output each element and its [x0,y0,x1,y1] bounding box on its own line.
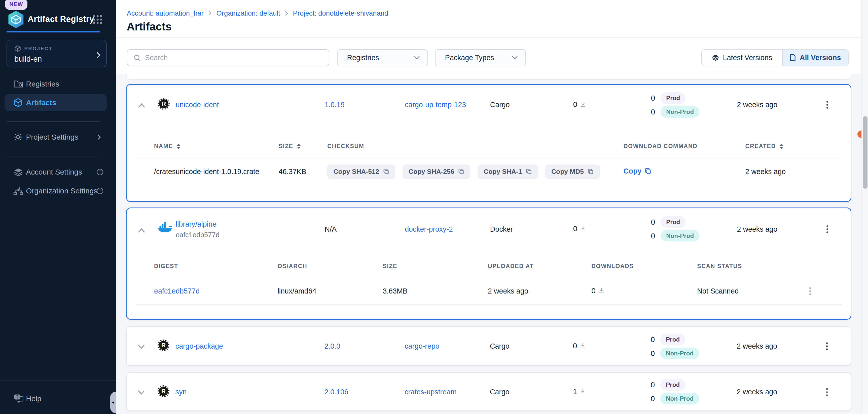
prod-count: 0 [649,335,655,344]
latest-versions-button[interactable]: Latest Versions [702,50,782,66]
sidebar: NEW Artifact Registry [0,0,116,414]
search-input[interactable] [145,50,322,66]
artifact-registry-link[interactable]: cargo-repo [405,342,439,351]
registries-folder-icon [13,80,23,89]
all-versions-label: All Versions [800,54,841,62]
non-prod-count: 0 [649,394,655,403]
partial-row-card [126,74,851,80]
info-icon[interactable] [96,187,104,195]
chevron-down-icon [414,56,420,60]
sidebar-item-artifacts[interactable]: Artifacts [4,94,107,111]
copy-icon [645,168,651,174]
chevron-up-icon [138,103,145,108]
digest-link[interactable]: eafc1edb577d [154,287,199,296]
artifact-version: N/A [324,225,337,234]
column-header-checksum: CHECKSUM [327,143,364,150]
breadcrumb-project-link[interactable]: Project: donotdelete-shivanand [293,9,389,18]
copy-download-command-button[interactable]: Copy [624,167,651,176]
sidebar-item-registries[interactable]: Registries [0,75,116,93]
search-box [127,49,330,66]
column-header-name[interactable]: NAME [154,143,180,150]
copy-sha512-button[interactable]: Copy SHA-512 [327,165,395,179]
chevron-up-icon [138,228,145,233]
environment-counts: 0 Prod 0 Non-Prod [650,215,699,242]
sidebar-item-help[interactable]: ? Help [0,390,116,408]
copy-sha1-button[interactable]: Copy SHA-1 [477,165,538,179]
sort-icon [177,144,180,149]
sidebar-divider [6,121,100,122]
artifact-name-link[interactable]: syn [176,388,187,396]
sidebar-item-account-settings[interactable]: Account Settings [0,163,116,181]
non-prod-badge: Non-Prod [660,106,699,118]
column-header-downloads: DOWNLOADS [591,263,633,270]
sidebar-item-project-settings[interactable]: Project Settings [0,128,116,146]
svg-text:?: ? [16,394,19,400]
artifact-version-link[interactable]: 2.0.106 [324,388,348,396]
row-menu-button[interactable] [823,388,831,396]
prod-badge: Prod [660,334,685,345]
sidebar-item-label: Help [26,394,41,403]
expand-row-button[interactable] [138,389,148,396]
project-selector[interactable]: PROJECT build-en [6,40,107,67]
artifact-version-link[interactable]: 2.0.0 [324,342,340,351]
collapse-row-button[interactable] [138,101,148,109]
artifact-name-link[interactable]: unicode-ident [176,100,219,109]
column-header-scan-status: SCAN STATUS [697,263,742,270]
non-prod-badge: Non-Prod [660,348,699,359]
artifacts-cube-icon [13,98,23,107]
package-types-filter-dropdown[interactable]: Package Types [435,49,526,66]
sidebar-collapse-handle[interactable]: ◀ [110,391,116,413]
non-prod-count: 0 [650,232,655,240]
project-cube-icon [14,45,21,52]
non-prod-badge: Non-Prod [660,393,699,405]
column-header-created[interactable]: CREATED [745,143,783,150]
file-name: /cratesunicode-ident-1.0.19.crate [154,167,259,176]
breadcrumb-account-link[interactable]: Account: automation_har [127,9,204,18]
gear-icon [13,133,23,142]
column-header-download-command: DOWNLOAD COMMAND [624,143,698,150]
breadcrumb: Account: automation_har Organization: de… [127,9,389,18]
header-divider [116,37,868,37]
info-icon[interactable] [96,169,104,176]
download-icon [580,389,586,394]
help-chat-icon: ? [13,394,24,404]
artifact-name-link[interactable]: cargo-package [176,342,223,351]
uploaded-time: 2 weeks ago [488,287,528,296]
artifact-version-link[interactable]: 1.0.19 [324,100,344,109]
downloads-count: 0 [573,224,586,233]
column-header-size[interactable]: SIZE [279,143,301,150]
chevron-right-icon [285,11,288,16]
row-menu-button[interactable] [823,100,832,109]
scrollbar-thumb[interactable] [863,116,868,188]
prod-count: 0 [649,381,655,389]
sort-icon [297,144,301,149]
chevron-right-icon [208,11,212,16]
layers-icon [13,168,23,176]
docker-whale-icon [158,221,172,235]
collapse-row-button[interactable] [138,227,148,234]
artifact-card-library-alpine: library/alpine eafc1edb577d N/A docker-p… [126,207,851,320]
copy-md5-button[interactable]: Copy MD5 [545,165,600,179]
cargo-rust-package-icon: R [158,340,169,351]
sidebar-item-label: Project Settings [26,133,78,141]
all-versions-button[interactable]: All Versions [782,50,848,66]
updated-time: 2 weeks ago [737,225,777,234]
artifact-name-link[interactable]: library/alpine [176,220,217,229]
row-menu-button[interactable] [806,287,814,296]
sidebar-item-organization-settings[interactable]: Organization Settings [0,182,116,200]
copy-icon [383,169,389,175]
registries-filter-dropdown[interactable]: Registries [337,49,428,66]
prod-badge: Prod [660,92,685,104]
artifact-registry-link[interactable]: cargo-up-temp-123 [405,100,466,109]
expand-row-button[interactable] [138,343,148,351]
copy-sha256-button[interactable]: Copy SHA-256 [403,165,470,179]
non-prod-count: 0 [650,108,655,116]
row-menu-button[interactable] [823,225,832,234]
artifact-registry-link[interactable]: crates-upstream [405,388,456,396]
row-menu-button[interactable] [823,342,831,351]
chevron-down-icon [138,344,145,349]
app-grid-icon[interactable] [93,15,102,26]
artifact-registry-link[interactable]: docker-proxy-2 [405,225,453,234]
breadcrumb-organization-link[interactable]: Organization: default [217,9,280,18]
scrollbar-track[interactable] [862,0,868,414]
